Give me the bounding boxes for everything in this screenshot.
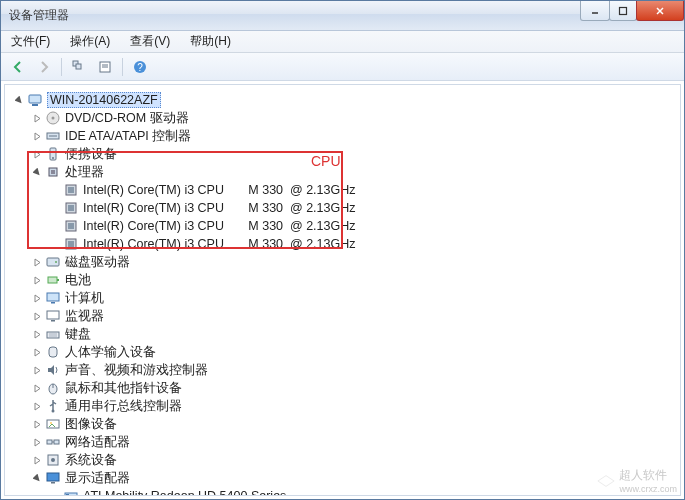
expander-icon[interactable] — [31, 148, 43, 160]
tree-category-node[interactable]: 处理器 — [9, 163, 676, 181]
tree-category-node[interactable]: 显示适配器 — [9, 469, 676, 487]
toolbar-help-button[interactable]: ? — [129, 56, 151, 78]
image-icon — [45, 416, 61, 432]
toolbar-properties-button[interactable] — [94, 56, 116, 78]
tree-category-node[interactable]: 通用串行总线控制器 — [9, 397, 676, 415]
expander-icon[interactable] — [31, 346, 43, 358]
tree-category-label: 便携设备 — [65, 146, 117, 163]
window-controls — [581, 1, 684, 23]
mouse-icon — [45, 380, 61, 396]
tree-category-node[interactable]: 监视器 — [9, 307, 676, 325]
expander-icon[interactable] — [31, 400, 43, 412]
cpu-icon — [45, 164, 61, 180]
cpu-chip-icon — [63, 236, 79, 252]
tree-device-node[interactable]: Intel(R) Core(TM) i3 CPU M 330 @ 2.13GHz — [9, 235, 676, 253]
maximize-button[interactable] — [609, 1, 637, 21]
expander-icon[interactable] — [31, 364, 43, 376]
expander-icon[interactable] — [31, 274, 43, 286]
watermark-url: www.crxz.com — [619, 484, 677, 494]
svg-rect-37 — [47, 332, 59, 338]
svg-rect-35 — [47, 311, 59, 319]
system-icon — [45, 452, 61, 468]
tree-device-node[interactable]: Intel(R) Core(TM) i3 CPU M 330 @ 2.13GHz — [9, 217, 676, 235]
tree-category-label: 图像设备 — [65, 416, 117, 433]
svg-rect-32 — [57, 279, 59, 281]
toolbar: ? — [1, 53, 684, 81]
svg-rect-12 — [32, 104, 38, 106]
expander-icon[interactable] — [31, 382, 43, 394]
svg-rect-28 — [68, 241, 74, 247]
watermark: 超人软件 www.crxz.com — [597, 467, 677, 494]
minimize-button[interactable] — [580, 1, 610, 21]
toolbar-forward-button[interactable] — [33, 56, 55, 78]
display-icon — [45, 470, 61, 486]
tree-category-label: 声音、视频和游戏控制器 — [65, 362, 208, 379]
tree-device-label: ATI Mobility Radeon HD 5400 Series — [83, 489, 286, 496]
tree-category-label: 网络适配器 — [65, 434, 130, 451]
expander-spacer — [49, 238, 61, 250]
tree-category-label: 计算机 — [65, 290, 104, 307]
tree-category-node[interactable]: 图像设备 — [9, 415, 676, 433]
svg-rect-52 — [51, 482, 55, 484]
tree-device-node[interactable]: Intel(R) Core(TM) i3 CPU M 330 @ 2.13GHz — [9, 181, 676, 199]
tree-root-node[interactable]: WIN-20140622AZF — [9, 91, 676, 109]
svg-rect-1 — [620, 7, 627, 14]
menu-view[interactable]: 查看(V) — [126, 31, 174, 52]
expander-icon[interactable] — [31, 472, 43, 484]
tree-category-node[interactable]: IDE ATA/ATAPI 控制器 — [9, 127, 676, 145]
tree-category-node[interactable]: 磁盘驱动器 — [9, 253, 676, 271]
menu-help[interactable]: 帮助(H) — [186, 31, 235, 52]
toolbar-separator — [61, 58, 62, 76]
expander-icon[interactable] — [31, 292, 43, 304]
tree-category-label: 监视器 — [65, 308, 104, 325]
titlebar[interactable]: 设备管理器 — [1, 1, 684, 31]
svg-rect-31 — [48, 277, 57, 283]
svg-point-50 — [51, 458, 55, 462]
expander-icon[interactable] — [31, 328, 43, 340]
watermark-brand: 超人软件 — [619, 467, 677, 484]
expander-icon[interactable] — [31, 112, 43, 124]
device-tree: WIN-20140622AZFDVD/CD-ROM 驱动器IDE ATA/ATA… — [9, 91, 676, 496]
expander-icon[interactable] — [31, 454, 43, 466]
network-icon — [45, 434, 61, 450]
tree-category-label: 鼠标和其他指针设备 — [65, 380, 182, 397]
toolbar-back-button[interactable] — [7, 56, 29, 78]
tree-device-node[interactable]: ATI Mobility Radeon HD 5400 Series — [9, 487, 676, 496]
menu-file[interactable]: 文件(F) — [7, 31, 54, 52]
tree-device-node[interactable]: Intel(R) Core(TM) i3 CPU M 330 @ 2.13GHz — [9, 199, 676, 217]
tree-category-label: 电池 — [65, 272, 91, 289]
expander-icon[interactable] — [31, 130, 43, 142]
window-title: 设备管理器 — [9, 7, 69, 24]
tree-category-label: 人体学输入设备 — [65, 344, 156, 361]
expander-icon[interactable] — [31, 256, 43, 268]
menu-action[interactable]: 操作(A) — [66, 31, 114, 52]
tree-category-node[interactable]: 便携设备 — [9, 145, 676, 163]
tree-category-node[interactable]: 键盘 — [9, 325, 676, 343]
expander-icon[interactable] — [31, 310, 43, 322]
toolbar-refresh-button[interactable] — [68, 56, 90, 78]
tree-category-node[interactable]: DVD/CD-ROM 驱动器 — [9, 109, 676, 127]
close-button[interactable] — [636, 1, 684, 21]
expander-icon[interactable] — [31, 436, 43, 448]
expander-spacer — [49, 184, 61, 196]
display-card-icon — [63, 488, 79, 496]
battery-icon — [45, 272, 61, 288]
expander-icon[interactable] — [31, 418, 43, 430]
expander-spacer — [49, 202, 61, 214]
tree-content[interactable]: WIN-20140622AZFDVD/CD-ROM 驱动器IDE ATA/ATA… — [4, 84, 681, 496]
tree-category-node[interactable]: 人体学输入设备 — [9, 343, 676, 361]
svg-rect-26 — [68, 223, 74, 229]
tree-category-node[interactable]: 计算机 — [9, 289, 676, 307]
tree-category-node[interactable]: 电池 — [9, 271, 676, 289]
tree-category-label: 处理器 — [65, 164, 104, 181]
tree-category-node[interactable]: 声音、视频和游戏控制器 — [9, 361, 676, 379]
svg-rect-34 — [51, 302, 55, 304]
expander-icon[interactable] — [31, 166, 43, 178]
keyboard-icon — [45, 326, 61, 342]
window-frame: 设备管理器 文件(F) 操作(A) 查看(V) 帮助(H) ? WIN-2014… — [0, 0, 685, 500]
disc-icon — [45, 110, 61, 126]
tree-category-node[interactable]: 鼠标和其他指针设备 — [9, 379, 676, 397]
tree-category-node[interactable]: 系统设备 — [9, 451, 676, 469]
tree-category-node[interactable]: 网络适配器 — [9, 433, 676, 451]
expander-icon[interactable] — [13, 94, 25, 106]
